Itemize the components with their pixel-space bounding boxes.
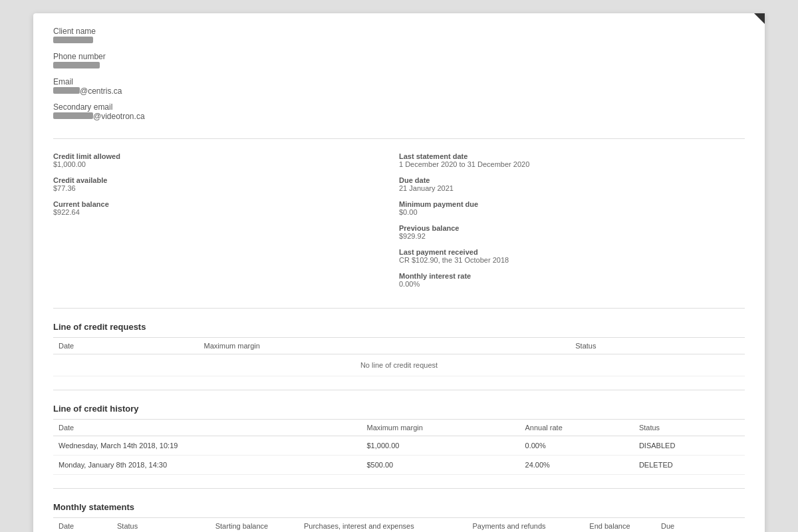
credit-right-column: Last statement date1 December 2020 to 31… xyxy=(399,152,745,288)
credit-item-label: Monthly interest rate xyxy=(399,272,745,280)
credit-item-value: $922.64 xyxy=(53,208,399,216)
credit-left-item: Current balance$922.64 xyxy=(53,200,399,216)
email-prefix xyxy=(53,87,80,94)
credit-item-label: Current balance xyxy=(53,200,399,208)
loc-history-margin: $500.00 xyxy=(361,456,519,475)
credit-item-value: 21 January 2021 xyxy=(399,184,745,192)
credit-right-item: Last payment receivedCR $102.90, the 31 … xyxy=(399,248,745,264)
monthly-statements-title: Monthly statements xyxy=(53,495,745,517)
credit-item-label: Minimum payment due xyxy=(399,200,745,208)
client-name-group: Client name xyxy=(53,27,745,45)
phone-number-group: Phone number xyxy=(53,52,745,70)
credit-item-value: 1 December 2020 to 31 December 2020 xyxy=(399,160,745,168)
divider-3 xyxy=(53,390,745,390)
credit-item-value: $0.00 xyxy=(399,208,745,216)
divider-4 xyxy=(53,488,745,489)
loc-requests-col-status: Status xyxy=(570,338,745,354)
loc-history-rate: 0.00% xyxy=(520,436,634,456)
loc-history-date: Monday, January 8th 2018, 14:30 xyxy=(53,456,361,475)
corner-decoration xyxy=(754,13,765,24)
monthly-statements-table: Date Status Starting balance Purchases, … xyxy=(53,517,745,532)
loc-history-col-status: Status xyxy=(634,420,745,436)
credit-left-column: Credit limit allowed$1,000.00Credit avai… xyxy=(53,152,399,288)
loc-requests-no-data-row: No line of credit request xyxy=(53,354,745,376)
credit-item-value: $1,000.00 xyxy=(53,160,399,168)
ms-col-date: Date xyxy=(53,518,112,533)
monthly-statements-section: Monthly statements Date Status Starting … xyxy=(53,495,745,532)
table-row: Monday, January 8th 2018, 14:30 $500.00 … xyxy=(53,456,745,475)
ms-col-due: Due xyxy=(656,518,726,533)
loc-requests-col-date: Date xyxy=(53,338,199,354)
credit-item-value: $929.92 xyxy=(399,232,745,240)
loc-requests-col-margin: Maximum margin xyxy=(199,338,571,354)
main-card: Client name Phone number Email @centris.… xyxy=(33,13,765,532)
credit-right-item: Last statement date1 December 2020 to 31… xyxy=(399,152,745,168)
loc-history-date: Wednesday, March 14th 2018, 10:19 xyxy=(53,436,361,456)
ms-col-end: End balance xyxy=(584,518,656,533)
credit-item-label: Credit available xyxy=(53,176,399,184)
loc-requests-no-data-cell: No line of credit request xyxy=(53,354,745,376)
credit-right-item: Minimum payment due$0.00 xyxy=(399,200,745,216)
secondary-email-suffix: @videotron.ca xyxy=(93,112,145,121)
credit-item-value: 0.00% xyxy=(399,280,745,288)
ms-col-purchases: Purchases, interest and expenses xyxy=(299,518,467,533)
credit-item-label: Last payment received xyxy=(399,248,745,256)
ms-col-starting: Starting balance xyxy=(210,518,299,533)
ms-col-action xyxy=(726,518,745,533)
loc-history-table: Date Maximum margin Annual rate Status W… xyxy=(53,419,745,475)
email-label: Email xyxy=(53,77,745,86)
secondary-email-group: Secondary email @videotron.ca xyxy=(53,102,745,121)
loc-history-rate: 24.00% xyxy=(520,456,634,475)
loc-history-header-row: Date Maximum margin Annual rate Status xyxy=(53,420,745,436)
loc-history-title: Line of credit history xyxy=(53,397,745,419)
credit-item-value: $77.36 xyxy=(53,184,399,192)
credit-item-label: Credit limit allowed xyxy=(53,152,399,160)
table-row: Wednesday, March 14th 2018, 10:19 $1,000… xyxy=(53,436,745,456)
credit-item-label: Previous balance xyxy=(399,224,745,232)
credit-left-item: Credit limit allowed$1,000.00 xyxy=(53,152,399,168)
credit-right-item: Previous balance$929.92 xyxy=(399,224,745,240)
divider-1 xyxy=(53,138,745,139)
email-group: Email @centris.ca xyxy=(53,77,745,96)
credit-right-item: Due date21 January 2021 xyxy=(399,176,745,192)
credit-right-item: Monthly interest rate0.00% xyxy=(399,272,745,288)
ms-col-payments: Payments and refunds xyxy=(467,518,584,533)
credit-item-label: Last statement date xyxy=(399,152,745,160)
credit-item-value: CR $102.90, the 31 October 2018 xyxy=(399,256,745,264)
ms-col-status: Status xyxy=(112,518,210,533)
loc-history-margin: $1,000.00 xyxy=(361,436,519,456)
credit-info-section: Credit limit allowed$1,000.00Credit avai… xyxy=(53,146,745,295)
loc-requests-table: Date Maximum margin Status No line of cr… xyxy=(53,337,745,376)
client-name-value xyxy=(53,37,93,43)
secondary-email-prefix xyxy=(53,112,93,119)
divider-2 xyxy=(53,308,745,309)
loc-history-col-date: Date xyxy=(53,420,361,436)
loc-history-status: DISABLED xyxy=(634,436,745,456)
email-suffix: @centris.ca xyxy=(80,86,122,96)
loc-history-col-rate: Annual rate xyxy=(520,420,634,436)
monthly-statements-header-row: Date Status Starting balance Purchases, … xyxy=(53,518,745,533)
loc-requests-title: Line of credit requests xyxy=(53,315,745,337)
phone-label: Phone number xyxy=(53,52,745,61)
secondary-email-label: Secondary email xyxy=(53,102,745,112)
credit-item-label: Due date xyxy=(399,176,745,184)
loc-history-section: Line of credit history Date Maximum marg… xyxy=(53,397,745,475)
loc-history-col-margin: Maximum margin xyxy=(361,420,519,436)
client-name-label: Client name xyxy=(53,27,745,36)
client-info-section: Client name Phone number Email @centris.… xyxy=(53,27,745,125)
loc-history-status: DELETED xyxy=(634,456,745,475)
loc-requests-header-row: Date Maximum margin Status xyxy=(53,338,745,354)
credit-left-item: Credit available$77.36 xyxy=(53,176,399,192)
phone-value xyxy=(53,62,100,68)
loc-requests-section: Line of credit requests Date Maximum mar… xyxy=(53,315,745,376)
